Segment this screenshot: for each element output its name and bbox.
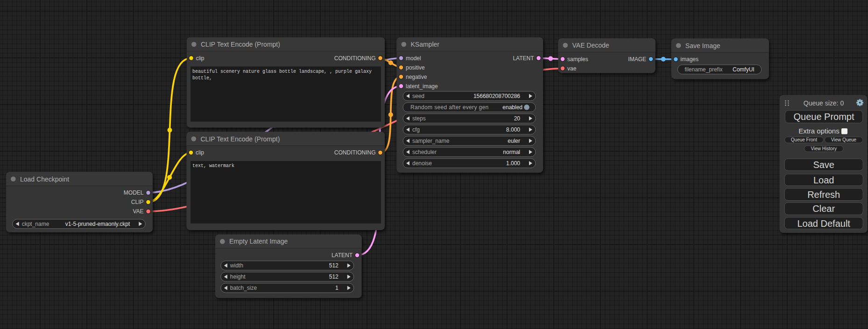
- svg-text:LATENT: LATENT: [332, 252, 353, 259]
- svg-text:model: model: [406, 55, 421, 62]
- svg-text:v1-5-pruned-emaonly.ckpt: v1-5-pruned-emaonly.ckpt: [65, 221, 130, 227]
- svg-text:512: 512: [329, 262, 339, 269]
- svg-text:Queue Front: Queue Front: [791, 137, 817, 142]
- svg-text:euler: euler: [508, 138, 520, 144]
- svg-text:Empty Latent Image: Empty Latent Image: [229, 238, 288, 245]
- svg-text:width: width: [230, 262, 243, 269]
- svg-text:512: 512: [329, 273, 339, 280]
- svg-text:CONDITIONING: CONDITIONING: [334, 149, 376, 156]
- svg-text:Random seed after every gen: Random seed after every gen: [410, 104, 489, 111]
- svg-text:VAE: VAE: [133, 208, 143, 215]
- svg-text:Refresh: Refresh: [807, 189, 840, 200]
- svg-text:clip: clip: [196, 149, 204, 156]
- svg-text:text, watermark: text, watermark: [192, 163, 234, 168]
- svg-text:positive: positive: [406, 64, 425, 71]
- svg-text:ComfyUI: ComfyUI: [733, 66, 755, 73]
- svg-text:1: 1: [335, 285, 339, 291]
- svg-text:Save Image: Save Image: [685, 42, 720, 49]
- svg-text:normal: normal: [503, 149, 520, 155]
- svg-text:cfg: cfg: [412, 126, 420, 133]
- svg-text:ckpt_name: ckpt_name: [22, 221, 49, 227]
- svg-text:Load Checkpoint: Load Checkpoint: [20, 175, 69, 183]
- svg-text:Load Default: Load Default: [797, 218, 850, 229]
- svg-text:CONDITIONING: CONDITIONING: [334, 55, 376, 62]
- svg-text:156680208700286: 156680208700286: [473, 93, 520, 99]
- svg-text:filename_prefix: filename_prefix: [685, 66, 722, 73]
- svg-text:bottle,: bottle,: [192, 76, 212, 81]
- svg-text:samples: samples: [567, 56, 588, 63]
- svg-text:CLIP Text Encode (Prompt): CLIP Text Encode (Prompt): [201, 135, 280, 143]
- svg-text:MODEL: MODEL: [124, 189, 144, 196]
- svg-text:CLIP: CLIP: [131, 199, 144, 205]
- svg-text:VAE Decode: VAE Decode: [572, 42, 609, 49]
- svg-text:IMAGE: IMAGE: [628, 56, 646, 63]
- svg-text:seed: seed: [412, 93, 424, 99]
- svg-text:20: 20: [514, 115, 521, 122]
- svg-text:clip: clip: [196, 55, 205, 62]
- svg-text:LATENT: LATENT: [513, 55, 534, 62]
- svg-text:batch_size: batch_size: [230, 285, 257, 291]
- svg-text:latent_image: latent_image: [406, 83, 438, 90]
- svg-text:vae: vae: [567, 65, 577, 72]
- svg-text:CLIP Text Encode (Prompt): CLIP Text Encode (Prompt): [201, 41, 280, 48]
- svg-text:height: height: [230, 273, 246, 280]
- svg-text:Queue Prompt: Queue Prompt: [793, 112, 854, 122]
- svg-text:8.000: 8.000: [506, 126, 520, 133]
- svg-text:Save: Save: [813, 160, 834, 170]
- svg-text:1.000: 1.000: [506, 160, 520, 167]
- svg-text:scheduler: scheduler: [412, 149, 437, 155]
- svg-text:Load: Load: [813, 175, 834, 185]
- svg-text:negative: negative: [406, 74, 427, 80]
- svg-text:enabled: enabled: [502, 104, 522, 111]
- svg-text:Clear: Clear: [812, 203, 835, 214]
- svg-text:Queue size: 0: Queue size: 0: [804, 99, 844, 107]
- svg-text:steps: steps: [412, 115, 426, 122]
- svg-text:denoise: denoise: [412, 160, 432, 167]
- svg-text:Extra options: Extra options: [798, 127, 840, 135]
- svg-text:sampler_name: sampler_name: [412, 138, 450, 144]
- svg-text:View History: View History: [811, 146, 837, 151]
- svg-text:View Queue: View Queue: [831, 137, 857, 142]
- svg-text:KSampler: KSampler: [411, 41, 440, 48]
- svg-text:beautiful scenery nature glass: beautiful scenery nature glass bottle la…: [192, 69, 372, 74]
- svg-text:images: images: [680, 56, 699, 63]
